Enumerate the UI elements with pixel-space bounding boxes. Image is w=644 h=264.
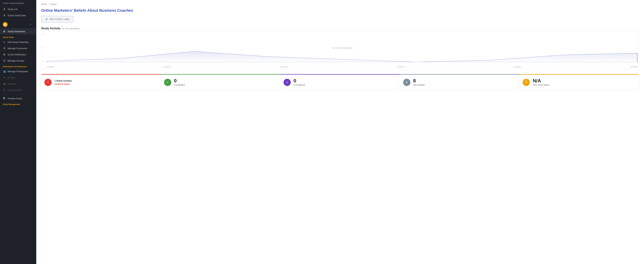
breadcrumb: Admin / Studies / [36,0,644,7]
not-started-content: 8 Not Started [413,78,424,86]
in-progress-icon: ✓ [284,79,291,86]
study-icon: 🧭 [3,22,8,27]
sidebar-item-study-dashboard[interactable]: ⊞ Study Dashboard [0,28,36,34]
page-title: Online Marketers' Beliefs About Business… [36,7,644,16]
qsort-icon: ⊞ [3,53,6,56]
sidebar-item-analysis[interactable]: ▦ Analysis [0,81,36,87]
sidebar-item-manage-concourse[interactable]: ☰ Manage Concourse [0,45,36,51]
completed-number: 0 [174,78,185,83]
search-icon: 🔍 [3,97,6,100]
setup-issue-label: 1 Setup issue(s) [54,79,72,82]
participation-label: Participation & Responses [0,64,36,68]
eye-icon: 👁 [3,76,6,79]
sidebar-item-preview-study[interactable]: 🔍 Preview Study [0,95,36,102]
sidebar-item-study-list[interactable]: ☰ Study List [0,6,36,12]
breadcrumb-sep-1: / [48,3,48,5]
sidebar-item-manage-participants[interactable]: 👥 Manage Participants [0,68,36,74]
in-progress-content: 0 In Progress [294,78,305,86]
svg-marker-0 [47,51,638,62]
sidebar-divider-2 [0,94,36,94]
archive-icon: ☰ [3,89,6,91]
breadcrumb-studies[interactable]: Studies [50,3,56,5]
stat-card-in-progress: ✓ 0 In Progress [280,74,400,90]
activity-subtitle: (0 of 8 submitted) [62,27,80,30]
sidebar-item-export-study-data[interactable]: ⬆ Export Study Data [0,12,36,18]
study-row: 🧭 ∧ [0,21,36,28]
continue-setup-button[interactable]: Continue Setup [54,83,72,85]
avg-time-number: N/A [533,78,549,83]
sidebar-item-survey-archive[interactable]: ☰ Survey Archive [0,87,36,93]
setup-issue-icon: ! [44,79,52,86]
analysis-icon: ▦ [3,82,6,85]
completed-icon: ✓ [164,79,171,86]
not-started-label: Not Started [413,84,424,86]
in-progress-label: In Progress [294,84,305,86]
setup-issue-content: 1 Setup issue(s) Continue Setup [54,79,72,85]
stat-card-avg-time: ⏱ N/A AVG Time Spent [520,74,639,90]
stat-card-not-started: ✕ 8 Not Started [400,74,520,90]
collapse-button[interactable]: ∧ [28,22,34,26]
completed-label: Completed [174,84,185,86]
concourse-icon: ☰ [3,47,6,50]
activity-chart: 6 4 2 No Data Available 12:00 AM 12:00 P… [41,31,639,69]
pencil-icon: ✏ [3,41,6,43]
sidebar-item-edit-study-properties[interactable]: ✏ Edit Study Properties [0,39,36,45]
study-setup-label: Study Setup [0,34,36,39]
avg-time-label: AVG Time Spent [533,84,549,86]
avg-time-content: N/A AVG Time Spent [533,78,549,86]
activity-section-title: Study Activity (0 of 8 submitted) [36,27,644,31]
chart-y-axis: 6 4 2 [43,33,44,62]
stat-card-completed: ✓ 0 Completed [161,74,280,90]
check-icon: ✓ [166,81,169,84]
clock-icon: ⏱ [525,81,528,84]
completed-content: 0 Completed [174,78,185,86]
surveys-icon: ☰ [3,59,6,62]
sidebar-divider-1 [0,19,36,20]
not-started-number: 8 [413,78,424,83]
breadcrumb-sep-2: / [58,3,58,5]
sidebar-item-q-sort-distribution[interactable]: ⊞ Q-Sort Distribution [0,51,36,58]
link-icon: 🔗 [45,18,48,20]
check-purple-icon: ✓ [286,81,288,84]
study-management-label: Study Management [0,102,36,106]
x-icon: ✕ [406,81,408,84]
get-study-link-button[interactable]: 🔗 GET STUDY LINK [41,16,74,22]
dashboard-icon: ⊞ [3,30,6,33]
chart-x-axis: 12:00 AM 12:00 PM 12:00 AM 12:00 PM 12:0… [47,66,638,68]
sidebar-item-manage-surveys[interactable]: ☰ Manage Surveys [0,58,36,64]
app-title: STUDY MANAGEMENT [0,0,36,6]
participants-icon: 👥 [3,70,6,73]
stats-row: ! 1 Setup issue(s) Continue Setup ✓ 0 Co… [41,74,639,90]
sidebar-item-q-sorts[interactable]: 👁 Q-Sorts [0,74,36,81]
in-progress-number: 0 [294,78,305,83]
sidebar: STUDY MANAGEMENT ☰ Study List ⬆ Export S… [0,0,36,264]
no-data-label: No Data Available [332,46,352,49]
not-started-icon: ✕ [403,79,410,86]
main-content: Admin / Studies / Online Marketers' Beli… [36,0,644,264]
avg-time-icon: ⏱ [522,79,530,86]
stat-card-setup-issues: ! 1 Setup issue(s) Continue Setup [41,74,161,90]
breadcrumb-admin[interactable]: Admin [41,3,47,5]
chart-area: No Data Available [47,33,638,62]
list-icon: ☰ [3,8,6,10]
export-icon: ⬆ [3,14,6,17]
exclamation-icon: ! [48,81,48,84]
